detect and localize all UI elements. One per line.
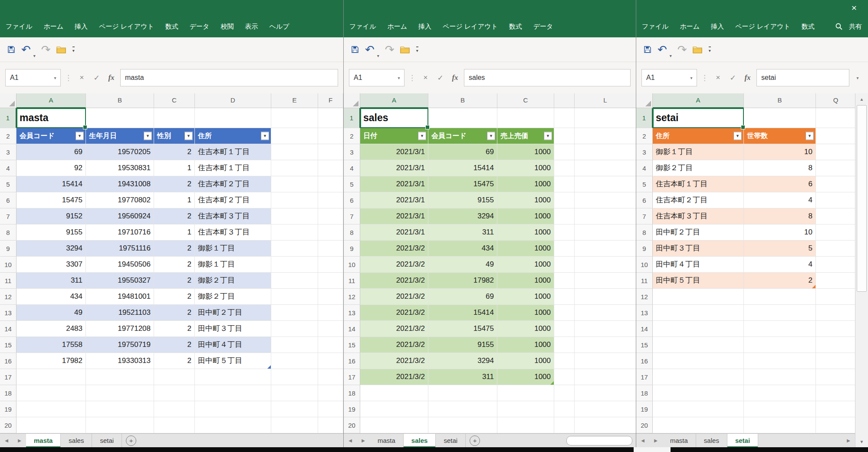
cell-x15[interactable] [554,337,575,353]
customize-qat-icon[interactable]: ▾ [416,46,418,53]
row-header-13[interactable]: 13 [0,305,16,321]
cell-A4[interactable]: 御影２丁目 [653,160,744,176]
cell-Q10[interactable] [816,257,855,273]
cell-A19[interactable] [360,401,428,417]
cell-E16[interactable] [271,353,318,369]
row-header-6[interactable]: 6 [344,192,360,208]
customize-qat-icon[interactable]: ▾ [709,46,711,53]
cell-A8[interactable]: 2021/3/1 [360,224,428,241]
row-header-16[interactable]: 16 [636,353,653,369]
tab-scroll-right-icon[interactable]: ▶ [13,434,26,447]
cell-A20[interactable] [653,417,744,433]
row-header-2[interactable]: 2 [0,128,16,144]
ribbon-tab[interactable]: ヘルプ [263,16,295,37]
cell-Q6[interactable] [816,192,855,208]
cell-Q3[interactable] [816,144,855,160]
cell-B4[interactable]: 15414 [428,160,497,176]
undo-dropdown-icon[interactable]: ▾ [377,53,379,62]
sheet-tab-masta[interactable]: masta [26,434,61,447]
sheet-tab-setai[interactable]: setai [92,434,122,447]
cell-A2[interactable]: 日付▼ [360,128,428,144]
cell-B17[interactable] [86,369,154,385]
cell-B12[interactable]: 19481001 [86,289,154,305]
save-icon[interactable] [351,45,359,54]
cell-C4[interactable]: 1 [154,160,195,176]
cell-D13[interactable]: 田中町２丁目 [195,305,271,321]
cell-A16[interactable]: 2021/3/2 [360,353,428,369]
cell-B5[interactable]: 15475 [428,176,497,192]
cell-B2[interactable]: 世帯数▼ [744,128,816,144]
cell-A19[interactable] [16,401,86,417]
row-header-18[interactable]: 18 [0,385,16,401]
redo-icon[interactable]: ↷ [677,44,687,55]
redo-icon[interactable]: ↷ [385,44,395,55]
row-header-3[interactable]: 3 [636,144,653,160]
cell-L17[interactable] [575,369,636,385]
cell-B6[interactable]: 9155 [428,192,497,208]
cell-F1[interactable] [318,108,343,128]
row-header-8[interactable]: 8 [636,224,653,241]
cell-C3[interactable]: 2 [154,144,195,160]
cell-E4[interactable] [271,160,318,176]
cell-C19[interactable] [154,401,195,417]
cell-D3[interactable]: 住吉本町１丁目 [195,144,271,160]
cell-D17[interactable] [195,369,271,385]
cell-Q16[interactable] [816,353,855,369]
save-icon[interactable] [7,45,16,54]
cell-x18[interactable] [554,385,575,401]
row-header-11[interactable]: 11 [0,273,16,289]
row-header-9[interactable]: 9 [0,241,16,257]
cell-B12[interactable]: 69 [428,289,497,305]
sheet-tab-masta[interactable]: masta [662,434,696,447]
vertical-scrollbar[interactable]: ▲ ▼ [855,93,868,447]
name-box[interactable]: A1 ▾ [5,69,61,86]
cell-C12[interactable]: 2 [154,289,195,305]
tab-scroll-left-icon[interactable]: ◀ [0,434,13,447]
undo-icon[interactable]: ↶ [365,44,375,55]
cell-x7[interactable] [554,208,575,224]
cell-A4[interactable]: 92 [16,160,86,176]
cell-C7[interactable]: 2 [154,208,195,224]
cell-Q19[interactable] [816,401,855,417]
cell-A1[interactable]: setai [653,108,744,128]
cell-Q5[interactable] [816,176,855,192]
cell-A2[interactable]: 住所▼ [653,128,744,144]
save-icon[interactable] [643,45,652,54]
cell-C10[interactable]: 1000 [497,257,554,273]
cell-B10[interactable]: 4 [744,257,816,273]
cell-x11[interactable] [554,273,575,289]
cell-Q13[interactable] [816,305,855,321]
cell-L12[interactable] [575,289,636,305]
cell-D16[interactable]: 田中町５丁目 [195,353,271,369]
cell-E15[interactable] [271,337,318,353]
cell-C16[interactable]: 2 [154,353,195,369]
search-icon[interactable] [835,23,843,30]
cell-B14[interactable]: 15475 [428,321,497,337]
cell-A10[interactable]: 3307 [16,257,86,273]
column-header-C[interactable]: C [497,93,554,108]
cell-F14[interactable] [318,321,343,337]
row-header-10[interactable]: 10 [0,257,16,273]
cell-A5[interactable]: 2021/3/1 [360,176,428,192]
undo-icon[interactable]: ↶ [658,44,667,55]
cell-B18[interactable] [428,385,497,401]
cell-A15[interactable]: 17558 [16,337,86,353]
cell-Q18[interactable] [816,385,855,401]
ribbon-tab[interactable]: 挿入 [413,16,437,37]
cell-A7[interactable]: 2021/3/1 [360,208,428,224]
cell-B10[interactable]: 19450506 [86,257,154,273]
cell-B13[interactable]: 19521103 [86,305,154,321]
column-header-B[interactable]: B [428,93,497,108]
scroll-up-icon[interactable]: ▲ [855,93,868,105]
cell-E1[interactable] [271,108,318,128]
filter-button-icon[interactable]: ▼ [144,132,152,140]
cell-L7[interactable] [575,208,636,224]
cell-E12[interactable] [271,289,318,305]
cell-C3[interactable]: 1000 [497,144,554,160]
row-header-9[interactable]: 9 [636,241,653,257]
insert-function-icon[interactable]: fx [105,73,117,82]
cell-A11[interactable]: 311 [16,273,86,289]
cell-B6[interactable]: 4 [744,192,816,208]
column-header-A[interactable]: A [653,93,744,108]
cell-B15[interactable] [744,337,816,353]
